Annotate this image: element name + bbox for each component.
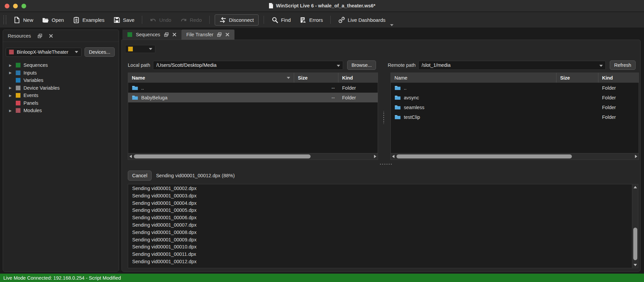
tree-item-sequences[interactable]: ▶ Sequences bbox=[3, 61, 119, 69]
log-line: Sending vid00001_00004.dpx bbox=[132, 200, 628, 207]
scroll-left-arrow-icon[interactable] bbox=[129, 155, 132, 158]
tree-item-events[interactable]: ▶ Events bbox=[3, 92, 119, 99]
column-header-size[interactable]: Size bbox=[294, 73, 338, 83]
tab-file-transfer[interactable]: File Transfer bbox=[181, 30, 235, 40]
log-line: Sending vid00001_00006.dpx bbox=[132, 214, 628, 222]
open-button[interactable]: Open bbox=[42, 16, 64, 23]
scrollbar-thumb[interactable] bbox=[633, 228, 637, 261]
vertical-splitter-handle[interactable] bbox=[383, 111, 385, 124]
local-path-row: Local path Browse... bbox=[128, 60, 376, 70]
table-row[interactable]: .. -- Folder bbox=[128, 83, 378, 93]
float-tab-icon[interactable] bbox=[217, 32, 222, 37]
scroll-left-arrow-icon[interactable] bbox=[392, 155, 394, 158]
chevron-down-icon[interactable] bbox=[599, 65, 603, 67]
undo-button[interactable]: Undo bbox=[150, 16, 171, 23]
log-line: Sending vid00001_00009.dpx bbox=[132, 236, 628, 244]
sequences-tab-color-swatch bbox=[127, 32, 132, 37]
browse-button[interactable]: Browse... bbox=[347, 60, 376, 70]
log-line: Sending vid00001_00002.dpx bbox=[132, 185, 628, 192]
save-floppy-icon bbox=[113, 16, 120, 23]
expand-arrow-icon[interactable]: ▶ bbox=[9, 109, 13, 112]
errors-button[interactable]: Errors bbox=[300, 16, 323, 23]
close-panel-icon[interactable] bbox=[49, 34, 53, 38]
expand-arrow-icon[interactable]: ▶ bbox=[9, 63, 13, 67]
scroll-down-arrow-icon[interactable] bbox=[634, 264, 637, 266]
column-header-size[interactable]: Size bbox=[556, 73, 598, 83]
minimize-window-button[interactable] bbox=[13, 4, 18, 8]
float-panel-icon[interactable] bbox=[38, 34, 42, 38]
resources-title: Resources bbox=[8, 33, 31, 39]
tree-item-modules[interactable]: ▶ Modules bbox=[3, 107, 119, 114]
chevron-down-icon bbox=[149, 48, 152, 50]
local-horizontal-scrollbar[interactable] bbox=[128, 153, 378, 159]
disconnect-button[interactable]: Disconnect bbox=[215, 14, 259, 26]
sequence-color-dropdown[interactable] bbox=[125, 45, 155, 53]
new-button[interactable]: New bbox=[13, 16, 33, 23]
document-tab-bar: Sequences File Transfer bbox=[122, 30, 234, 40]
scroll-right-arrow-icon[interactable] bbox=[374, 155, 376, 158]
transfer-progress-row: Cancel Sending vid00001_00012.dpx (88%) bbox=[128, 171, 235, 181]
open-folder-icon bbox=[42, 16, 49, 23]
resources-tree: ▶ Sequences ▶ Inputs ▶ Variables ▶ Devic… bbox=[3, 61, 119, 114]
toolbar-overflow-chevron[interactable] bbox=[390, 24, 393, 26]
scrollbar-thumb[interactable] bbox=[134, 154, 311, 158]
refresh-button[interactable]: Refresh bbox=[610, 60, 636, 70]
column-header-kind[interactable]: Kind bbox=[598, 73, 639, 83]
column-header-name[interactable]: Name bbox=[128, 73, 294, 83]
tree-item-device-variables[interactable]: ▶ Device Variables bbox=[3, 84, 119, 92]
table-row[interactable]: .. Folder bbox=[391, 83, 639, 93]
close-window-button[interactable] bbox=[5, 4, 9, 8]
examples-button[interactable]: Examples bbox=[73, 16, 105, 23]
events-color-swatch bbox=[16, 93, 20, 98]
redo-button[interactable]: Redo bbox=[180, 16, 202, 23]
table-row[interactable]: seamless Folder bbox=[391, 102, 639, 112]
close-tab-icon[interactable] bbox=[172, 33, 176, 37]
folder-icon bbox=[132, 95, 138, 100]
table-row-selected[interactable]: BabyBeluga -- Folder bbox=[128, 93, 378, 102]
tab-sequences[interactable]: Sequences bbox=[122, 30, 181, 40]
tree-item-inputs[interactable]: ▶ Inputs bbox=[3, 69, 119, 77]
variables-color-swatch bbox=[16, 78, 20, 83]
tree-item-panels[interactable]: ▶ Panels bbox=[3, 99, 119, 107]
toolbar-drag-handle[interactable] bbox=[3, 15, 6, 24]
transfer-log-lines: Sending vid00001_00002.dpx Sending vid00… bbox=[132, 185, 628, 267]
remote-horizontal-scrollbar[interactable] bbox=[391, 153, 639, 159]
float-tab-icon[interactable] bbox=[164, 32, 169, 37]
remote-path-input[interactable] bbox=[419, 61, 605, 69]
window-title: WinScript Live 6 - whale_of_a_theater.ws… bbox=[276, 3, 375, 8]
log-vertical-scrollbar[interactable] bbox=[632, 184, 638, 268]
status-bar-text: Live Mode Connected: 192.168.0.254 - Scr… bbox=[3, 275, 121, 281]
remote-path-row: Remote path Refresh bbox=[388, 60, 636, 70]
disconnect-arrows-icon bbox=[219, 16, 226, 23]
scrollbar-thumb[interactable] bbox=[396, 154, 572, 158]
devices-button[interactable]: Devices... bbox=[85, 47, 115, 57]
live-dashboards-button[interactable]: Live Dashboards bbox=[338, 16, 386, 23]
column-header-name[interactable]: Name bbox=[391, 73, 556, 83]
device-color-swatch bbox=[9, 50, 14, 54]
table-row[interactable]: testClip Folder bbox=[391, 112, 639, 122]
table-row[interactable]: avsync Folder bbox=[391, 93, 639, 102]
horizontal-splitter-handle[interactable] bbox=[379, 163, 392, 165]
local-path-input[interactable] bbox=[153, 61, 343, 69]
local-file-table: Name Size Kind .. -- Folder BabyBeluga -… bbox=[128, 73, 378, 160]
status-bar: Live Mode Connected: 192.168.0.254 - Scr… bbox=[0, 274, 644, 282]
transfer-log: Sending vid00001_00002.dpx Sending vid00… bbox=[128, 184, 638, 268]
remote-path-label: Remote path bbox=[388, 62, 416, 68]
expand-arrow-icon[interactable]: ▶ bbox=[9, 71, 13, 75]
save-button[interactable]: Save bbox=[113, 16, 135, 23]
tree-item-variables[interactable]: ▶ Variables bbox=[3, 77, 119, 84]
scroll-up-arrow-icon[interactable] bbox=[634, 186, 637, 188]
cancel-button[interactable]: Cancel bbox=[128, 171, 152, 181]
examples-clipboard-icon bbox=[73, 16, 80, 23]
log-line: Sending vid00001_00008.dpx bbox=[132, 229, 628, 236]
scroll-right-arrow-icon[interactable] bbox=[635, 155, 637, 158]
chevron-down-icon[interactable] bbox=[337, 65, 340, 67]
zoom-window-button[interactable] bbox=[21, 4, 26, 8]
find-button[interactable]: Find bbox=[271, 16, 291, 23]
close-tab-icon[interactable] bbox=[225, 33, 229, 37]
new-document-icon bbox=[13, 16, 20, 23]
expand-arrow-icon[interactable]: ▶ bbox=[9, 86, 13, 90]
expand-arrow-icon[interactable]: ▶ bbox=[9, 94, 13, 97]
column-header-kind[interactable]: Kind bbox=[338, 73, 378, 83]
device-selector-dropdown[interactable]: BinloopX-WhaleTheater bbox=[6, 48, 82, 57]
